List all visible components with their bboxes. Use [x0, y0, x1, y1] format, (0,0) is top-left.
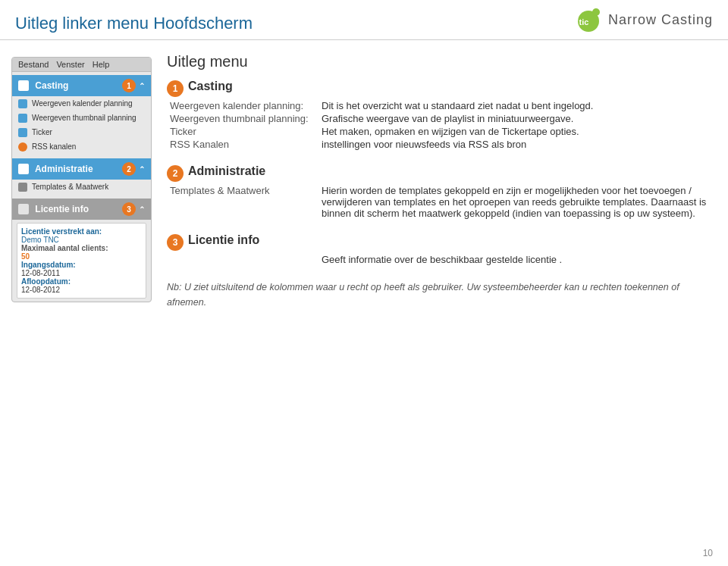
content-section-1: 1 Casting Weergeven kalender planning: D… [167, 80, 713, 151]
row1-label: Weergeven kalender planning: [167, 99, 318, 112]
casting-label: Casting [35, 80, 68, 91]
section3-table: Geeft informatie over de beschikbaar ges… [167, 253, 713, 266]
table-row: Templates & Maatwerk Hierin worden de te… [167, 184, 713, 220]
menu-item-templates: Templates & Maatwerk [12, 180, 151, 194]
table-row: Geeft informatie over de beschikbaar ges… [167, 253, 713, 266]
section1-title: Casting [188, 80, 233, 93]
lic-row1-label [167, 253, 318, 266]
section1-header: 1 Casting [167, 80, 713, 98]
badge-1: 1 [122, 79, 136, 92]
header-divider [0, 39, 728, 40]
licentie-label: Licentie info [35, 204, 89, 214]
menu-item-kalender: Weergeven kalender planning [12, 96, 151, 111]
table-row: RSS Kanalen instellingen voor nieuwsfeed… [167, 138, 713, 151]
content-section-3: 3 Licentie info Geeft informatie over de… [167, 233, 713, 266]
badge-2: 2 [122, 162, 136, 176]
ingangsdatum-label: Ingangsdatum: [21, 261, 76, 269]
table-row: Ticker Het maken, opmaken en wijzigen va… [167, 125, 713, 138]
section1-badge: 1 [167, 80, 184, 97]
menu-item-rss: RSS kanalen [12, 139, 151, 154]
left-menu-panel: Bestand Venster Help Casting 1 ⌃ Weergev… [11, 57, 152, 302]
menu-item-ticker: Ticker [12, 125, 151, 139]
svg-text:tic: tic [579, 17, 589, 27]
row2-label: Weergeven thumbnail planning: [167, 112, 318, 125]
right-content: Uitleg menu 1 Casting Weergeven kalender… [167, 53, 713, 310]
admin-row1-desc: Hierin worden de templates gekoppeld en … [318, 184, 713, 220]
row3-desc: Het maken, opmaken en wijzigen van de Ti… [318, 125, 713, 138]
admin-label: Administratie [35, 164, 93, 174]
row2-desc: Grafische weergave van de playlist in mi… [318, 112, 713, 125]
afloopdatum-value: 12-08-2012 [21, 286, 142, 294]
section2-header: 2 Administratie [167, 164, 713, 183]
section3-badge: 3 [167, 234, 184, 251]
licentie-client-name: Demo TNC [21, 236, 142, 244]
row4-label: RSS Kanalen [167, 138, 318, 151]
section2-title: Administratie [188, 164, 265, 178]
page-number: 10 [703, 548, 713, 558]
row1-desc: Dit is het overzicht wat u standaard zie… [318, 99, 713, 112]
admin-row1-label: Templates & Maatwerk [167, 184, 318, 220]
section2-table: Templates & Maatwerk Hierin worden de te… [167, 184, 713, 220]
licentie-info-box: Licentie verstrekt aan: Demo TNC Maximaa… [17, 223, 146, 299]
logo-text: Narrow Casting [608, 12, 713, 28]
header: tic Narrow Casting [538, 0, 728, 39]
lic-row1-desc: Geeft informatie over de beschikbaar ges… [318, 253, 713, 266]
ingangsdatum-value: 12-08-2011 [21, 269, 142, 277]
note-text: Nb: U ziet uitsluitend de kolommen waar … [167, 280, 713, 310]
page-title: Uitleg linker menu Hoofdscherm [15, 14, 253, 33]
table-row: Weergeven thumbnail planning: Grafische … [167, 112, 713, 125]
afloopdatum-label: Afloopdatum: [21, 277, 71, 286]
menu-venster: Venster [56, 60, 84, 69]
clients-label: Maximaal aantal clients: [21, 244, 108, 252]
uitleg-menu-title: Uitleg menu [167, 53, 713, 70]
logo: tic Narrow Casting [567, 5, 713, 35]
section-admin-header: Administratie 2 ⌃ [12, 158, 151, 180]
section-licentie-header: Licentie info 3 ⌃ [12, 199, 151, 220]
content-section-2: 2 Administratie Templates & Maatwerk Hie… [167, 164, 713, 220]
badge-3: 3 [122, 202, 136, 216]
section1-table: Weergeven kalender planning: Dit is het … [167, 99, 713, 151]
section2-badge: 2 [167, 165, 184, 182]
menu-topbar: Bestand Venster Help [12, 58, 151, 72]
menu-help: Help [93, 60, 110, 69]
menu-bestand: Bestand [18, 60, 49, 69]
svg-point-1 [592, 8, 600, 16]
row3-label: Ticker [167, 125, 318, 138]
section3-header: 3 Licentie info [167, 233, 713, 252]
menu-item-thumbnail: Weergeven thumbnail planning [12, 111, 151, 125]
section3-title: Licentie info [188, 233, 259, 247]
table-row: Weergeven kalender planning: Dit is het … [167, 99, 713, 112]
tic-logo-icon: tic [567, 5, 604, 35]
licentie-verstrekt-label: Licentie verstrekt aan: [21, 227, 102, 236]
clients-count: 50 [21, 252, 142, 261]
section-casting-header: Casting 1 ⌃ [12, 75, 151, 96]
row4-desc: instellingen voor nieuwsfeeds via RSS al… [318, 138, 713, 151]
